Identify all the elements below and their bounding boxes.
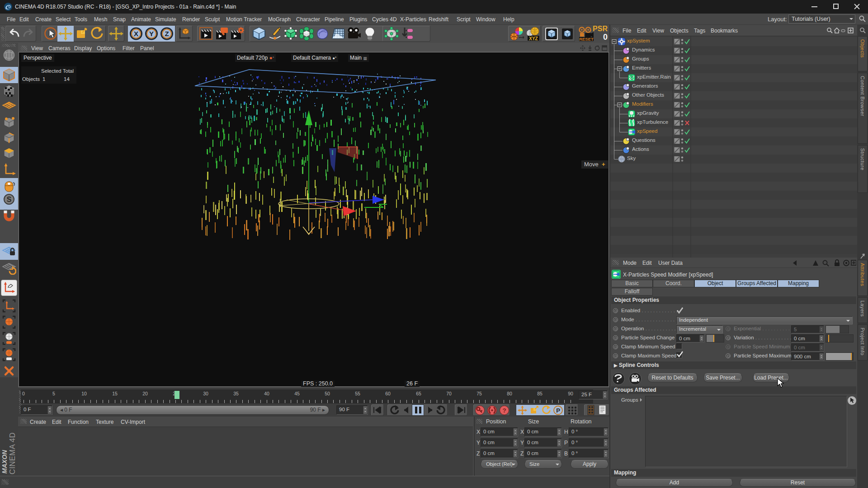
svg-text:?: ? (502, 407, 506, 414)
svg-text:Z: Z (165, 30, 169, 38)
svg-text:S: S (7, 196, 12, 203)
svg-text:Y: Y (149, 30, 154, 38)
svg-text:X: X (134, 30, 138, 38)
svg-text:P: P (556, 407, 560, 414)
svg-text:XYZ: XYZ (529, 36, 538, 41)
